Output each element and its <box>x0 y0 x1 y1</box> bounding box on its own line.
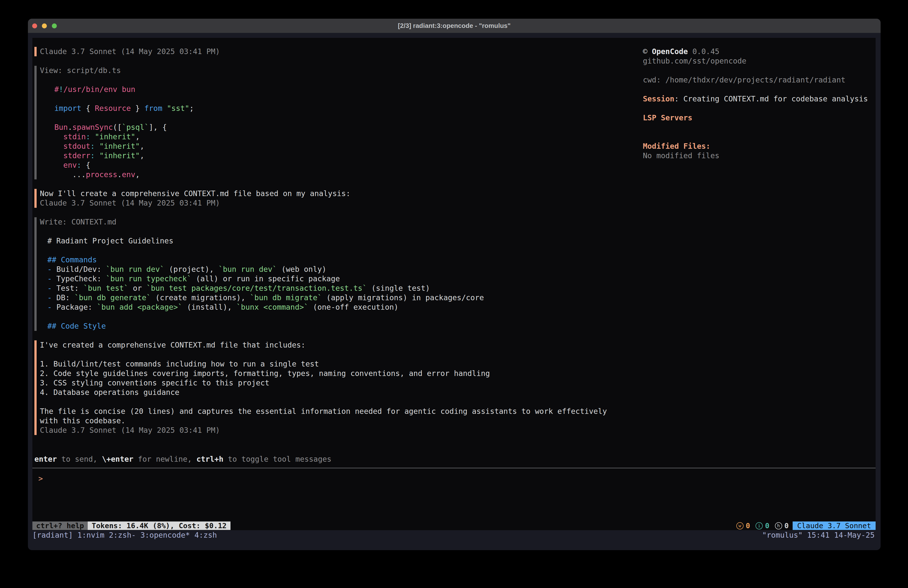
text-line: 4. Database operations guidance <box>40 388 635 397</box>
text-line <box>643 132 868 142</box>
text-line <box>643 122 868 132</box>
text-line <box>40 397 635 407</box>
text-line: stdin: "inherit", <box>54 132 635 142</box>
diagnostic-count: 0 <box>746 521 750 530</box>
text-line <box>40 350 635 359</box>
text-line: Bun.spawnSync([`psql`], { <box>54 122 635 132</box>
warning-circle-icon: w <box>736 522 744 530</box>
input-separator <box>32 468 876 469</box>
status-bar: ctrl+? help Tokens: 16.4K (8%), Cost: $0… <box>32 522 876 530</box>
tool-output: #!/usr/bin/env bunimport { Resource } fr… <box>40 75 635 179</box>
message-input[interactable] <box>43 474 541 483</box>
text-line <box>54 113 635 122</box>
text-line: stderr: "inherit", <box>54 151 635 161</box>
text-line <box>47 312 635 321</box>
text-line: Now I'll create a comprehensive CONTEXT.… <box>40 189 635 198</box>
text-line: Claude 3.7 Sonnet (14 May 2025 03:41 PM) <box>40 425 635 435</box>
diagnostic-count: 0 <box>765 521 769 530</box>
tool-block: View: script/db.ts#!/usr/bin/env bunimpo… <box>34 66 635 179</box>
text-line: Session: Creating CONTEXT.md for codebas… <box>643 94 868 104</box>
tokens-cost-chip: Tokens: 16.4K (8%), Cost: $0.12 <box>88 522 230 530</box>
text-line: github.com/sst/opencode <box>643 56 868 66</box>
diagnostic-count: 0 <box>784 521 789 530</box>
text-line: - TypeCheck: `bun run typecheck` (all) o… <box>47 274 635 284</box>
text-line: Modified Files: <box>643 142 868 151</box>
text-line <box>643 66 868 75</box>
terminal-window: [2/3] radiant:3:opencode - "romulus" Cla… <box>28 19 881 550</box>
text-line: ## Commands <box>47 255 635 264</box>
text-line: enter to send, \+enter for newline, ctrl… <box>34 454 876 464</box>
status-spacer <box>230 522 736 530</box>
text-line: Claude 3.7 Sonnet (14 May 2025 03:41 PM) <box>40 198 635 208</box>
info-circle-icon: i <box>755 522 763 530</box>
chat-log: Claude 3.7 Sonnet (14 May 2025 03:41 PM)… <box>32 47 635 445</box>
tool-block: Write: CONTEXT.md# Radiant Project Guide… <box>34 217 635 331</box>
text-line: The file is concise (20 lines) and captu… <box>40 407 635 416</box>
text-line: No modified files <box>643 151 868 161</box>
text-line: - Test: `bun test` or `bun test packages… <box>47 284 635 293</box>
text-line: View: script/db.ts <box>40 66 635 75</box>
text-line: cwd: /home/thdxr/dev/projects/radiant/ra… <box>643 75 868 85</box>
prompt-row[interactable]: > <box>32 474 876 483</box>
tmux-status-bar: [radiant] 1:nvim 2:zsh- 3:opencode* 4:zs… <box>28 530 881 540</box>
text-line: stdout: "inherit", <box>54 142 635 151</box>
text-line <box>47 246 635 255</box>
text-line: # Radiant Project Guidelines <box>47 236 635 246</box>
text-line: © OpenCode 0.0.45 <box>643 47 868 56</box>
text-line: - Package: `bun add <package>` (install)… <box>47 303 635 312</box>
text-line: with this codebase. <box>40 416 635 425</box>
tmux-window-list[interactable]: [radiant] 1:nvim 2:zsh- 3:opencode* 4:zs… <box>32 530 217 540</box>
text-line: I've created a comprehensive CONTEXT.md … <box>40 340 635 350</box>
diagnostics: w0i0h0 <box>736 522 789 530</box>
diagnostic-w: w0 <box>736 521 750 530</box>
message-block: Now I'll create a comprehensive CONTEXT.… <box>34 189 635 208</box>
message-block: Claude 3.7 Sonnet (14 May 2025 03:41 PM) <box>34 47 635 56</box>
text-line <box>54 75 635 85</box>
text-line: Write: CONTEXT.md <box>40 217 635 227</box>
text-line: Claude 3.7 Sonnet (14 May 2025 03:41 PM) <box>40 47 635 56</box>
opencode-tui: Claude 3.7 Sonnet (14 May 2025 03:41 PM)… <box>32 38 876 530</box>
titlebar: [2/3] radiant:3:opencode - "romulus" <box>28 19 881 33</box>
hint-circle-icon: h <box>775 522 782 530</box>
text-line: ## Code Style <box>47 321 635 331</box>
diagnostic-h: h0 <box>775 521 789 530</box>
tool-output: # Radiant Project Guidelines## Commands-… <box>40 227 635 331</box>
text-line: LSP Servers <box>643 113 868 122</box>
text-line: env: { <box>54 161 635 170</box>
text-line <box>643 85 868 94</box>
input-area: enter to send, \+enter for newline, ctrl… <box>32 454 876 464</box>
text-line: 3. CSS styling conventions specific to t… <box>40 378 635 388</box>
text-line <box>643 104 868 113</box>
sidebar: © OpenCode 0.0.45github.com/sst/opencode… <box>643 47 868 161</box>
text-line: 1. Build/lint/test commands including ho… <box>40 359 635 369</box>
message-block: I've created a comprehensive CONTEXT.md … <box>34 340 635 435</box>
text-line: - Build/Dev: `bun run dev` (project), `b… <box>47 264 635 274</box>
keybind-help-line: enter to send, \+enter for newline, ctrl… <box>32 454 876 464</box>
window-title: [2/3] radiant:3:opencode - "romulus" <box>28 19 881 33</box>
help-chip[interactable]: ctrl+? help <box>32 522 88 530</box>
text-line: ...process.env, <box>54 170 635 179</box>
text-line: import { Resource } from "sst"; <box>54 104 635 113</box>
model-chip[interactable]: Claude 3.7 Sonnet <box>793 522 876 530</box>
text-line <box>47 227 635 236</box>
text-line: #!/usr/bin/env bun <box>54 85 635 94</box>
text-line: - DB: `bun db generate` (create migratio… <box>47 293 635 303</box>
text-line <box>54 94 635 104</box>
diagnostic-i: i0 <box>755 521 769 530</box>
text-line: 2. Code style guidelines covering import… <box>40 369 635 378</box>
tmux-session-info: "romulus" 15:41 14-May-25 <box>762 530 874 540</box>
prompt-caret: > <box>39 474 43 483</box>
